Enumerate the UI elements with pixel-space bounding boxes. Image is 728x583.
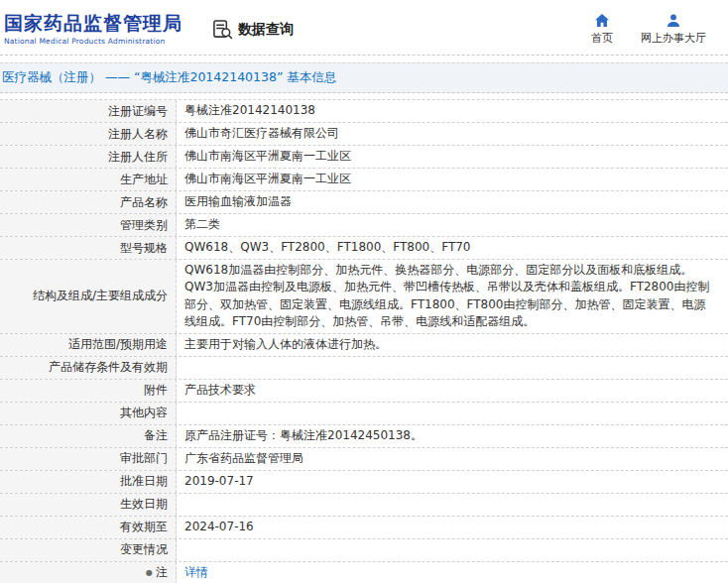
page-title-text: 医疗器械（注册） —— “粤械注准20142140138” 基本信息 <box>2 69 336 84</box>
page-root: 国家药品监督管理局 National Medical Products Admi… <box>0 0 728 583</box>
row-label-text: 有效期至 <box>120 519 168 535</box>
table-row: 管理类别第二类 <box>0 214 728 237</box>
row-label: 注册证编号 <box>0 100 177 122</box>
row-label-text: 备注 <box>144 427 168 444</box>
top-nav: 首页 网上办事大厅 <box>591 13 716 46</box>
row-value: 佛山市南海区平洲夏南一工业区 <box>177 169 728 190</box>
row-label-text: 附件 <box>144 382 168 399</box>
table-row: 审批部门广东省药品监督管理局 <box>0 448 728 471</box>
row-label-text: 型号规格 <box>120 240 168 257</box>
row-value: QW618、QW3、FT2800、FT1800、FT800、FT70 <box>177 237 728 259</box>
row-value-text: 佛山市南海区平洲夏南一工业区 <box>184 171 351 187</box>
row-label: 适用范围/预期用途 <box>0 334 177 356</box>
row-value: 佛山市奇汇医疗器械有限公司 <box>177 123 728 145</box>
row-value: 佛山市南海区平洲夏南一工业区 <box>177 146 728 168</box>
header-divider <box>0 55 728 56</box>
note-icon: ● <box>146 569 153 577</box>
row-value-text: QW618、QW3、FT2800、FT1800、FT800、FT70 <box>184 239 471 256</box>
row-value-text: 主要用于对输入人体的液体进行加热。 <box>184 336 387 353</box>
nav-home[interactable]: 首页 <box>591 13 613 46</box>
table-row: 生效日期 <box>0 494 728 517</box>
row-value: 原产品注册证号：粤械注准20142450138。 <box>177 425 728 447</box>
home-icon <box>594 13 610 29</box>
table-row: 注册证编号粤械注准20142140138 <box>0 100 728 123</box>
row-value-text: 医用输血输液加温器 <box>184 193 292 210</box>
row-label: 型号规格 <box>0 237 177 259</box>
table-row: 备注原产品注册证号：粤械注准20142450138。 <box>0 425 728 448</box>
data-query-icon <box>212 19 233 40</box>
row-value-text: 原产品注册证号：粤械注准20142450138。 <box>184 427 423 444</box>
org-name-cn: 国家药品监督管理局 <box>4 13 182 35</box>
table-row: 型号规格QW618、QW3、FT2800、FT1800、FT800、FT70 <box>0 237 728 260</box>
row-label-text: 其他内容 <box>120 405 168 421</box>
row-value-text: 粤械注准20142140138 <box>184 102 315 119</box>
row-label-text: 产品名称 <box>120 194 168 211</box>
row-label: 产品名称 <box>0 191 177 213</box>
info-table: 注册证编号粤械注准20142140138注册人名称佛山市奇汇医疗器械有限公司注册… <box>0 99 728 583</box>
row-value-text: 广东省药品监督管理局 <box>184 450 303 467</box>
table-row: 注册人住所佛山市南海区平洲夏南一工业区 <box>0 146 728 169</box>
table-row: 适用范围/预期用途主要用于对输入人体的液体进行加热。 <box>0 334 728 357</box>
nav-home-label: 首页 <box>591 31 613 46</box>
row-value: 广东省药品监督管理局 <box>177 448 728 470</box>
table-row: 产品储存条件及有效期 <box>0 357 728 380</box>
row-label: 注册人住所 <box>0 146 177 168</box>
table-row: 附件产品技术要求 <box>0 380 728 403</box>
row-value-text: 产品技术要求 <box>184 382 256 399</box>
row-value: 2019-07-17 <box>177 471 728 493</box>
row-value-text: 佛山市奇汇医疗器械有限公司 <box>184 125 339 142</box>
row-value <box>177 403 728 424</box>
table-row: 其他内容 <box>0 403 728 425</box>
nav-online-hall[interactable]: 网上办事大厅 <box>641 13 706 46</box>
row-label: 注册人名称 <box>0 123 177 145</box>
row-value: 主要用于对输入人体的液体进行加热。 <box>177 334 728 356</box>
data-query-title: 数据查询 <box>238 21 294 39</box>
row-label-text: 管理类别 <box>120 217 168 234</box>
row-label: 审批部门 <box>0 448 177 470</box>
row-label-text: 审批部门 <box>120 450 168 467</box>
row-value-text: 佛山市南海区平洲夏南一工业区 <box>184 148 351 165</box>
row-value-text: 第二类 <box>184 216 220 233</box>
row-label-text: 注册人名称 <box>108 126 168 143</box>
row-label-text: 适用范围/预期用途 <box>68 336 168 353</box>
table-row: 有效期至2024-07-16 <box>0 517 728 539</box>
nmpa-logo[interactable]: 国家药品监督管理局 National Medical Products Admi… <box>4 13 182 46</box>
row-value: 第二类 <box>177 214 728 236</box>
row-value: 2024-07-16 <box>177 517 728 538</box>
person-icon <box>666 13 681 29</box>
row-label-text: 生产地址 <box>120 172 168 188</box>
table-row: 注册人名称佛山市奇汇医疗器械有限公司 <box>0 123 728 146</box>
table-row: 结构及组成/主要组成成分QW618加温器由控制部分、加热元件、换热器部分、电源部… <box>0 260 728 334</box>
row-label: 有效期至 <box>0 517 177 538</box>
row-label: 变更情况 <box>0 539 177 561</box>
row-value: 产品技术要求 <box>177 380 728 402</box>
row-label: 生效日期 <box>0 494 177 516</box>
row-value: 医用输血输液加温器 <box>177 191 728 213</box>
page-title: 医疗器械（注册） —— “粤械注准20142140138” 基本信息 <box>0 62 728 93</box>
table-row: 批准日期2019-07-17 <box>0 471 728 494</box>
row-label-text: 结构及组成/主要组成成分 <box>33 288 168 304</box>
site-header: 国家药品监督管理局 National Medical Products Admi… <box>0 0 728 55</box>
row-label-text: 生效日期 <box>120 496 168 513</box>
row-value: QW618加温器由控制部分、加热元件、换热器部分、电源部分、固定部分以及面板和底… <box>177 260 728 333</box>
row-label: ●注 <box>0 562 177 583</box>
row-value: 详情 <box>177 562 728 583</box>
nav-online-hall-label: 网上办事大厅 <box>641 31 706 46</box>
row-label: 其他内容 <box>0 403 177 424</box>
org-name-en: National Medical Products Administration <box>4 37 182 46</box>
detail-link[interactable]: 详情 <box>184 564 208 581</box>
row-label-text: 注册人住所 <box>108 149 168 166</box>
row-label: 备注 <box>0 425 177 447</box>
row-label: 产品储存条件及有效期 <box>0 357 177 379</box>
row-label-text: 批准日期 <box>120 473 168 490</box>
row-label-text: 产品储存条件及有效期 <box>49 359 168 376</box>
row-label: 附件 <box>0 380 177 402</box>
row-label-text: 注 <box>156 564 168 581</box>
row-value <box>177 357 728 379</box>
row-value <box>177 494 728 516</box>
table-row: 生产地址佛山市南海区平洲夏南一工业区 <box>0 169 728 191</box>
data-query-section: 数据查询 <box>212 19 294 40</box>
row-label-text: 注册证编号 <box>108 103 168 120</box>
row-value: 粤械注准20142140138 <box>177 100 728 122</box>
row-value-text: 2024-07-16 <box>184 519 254 535</box>
